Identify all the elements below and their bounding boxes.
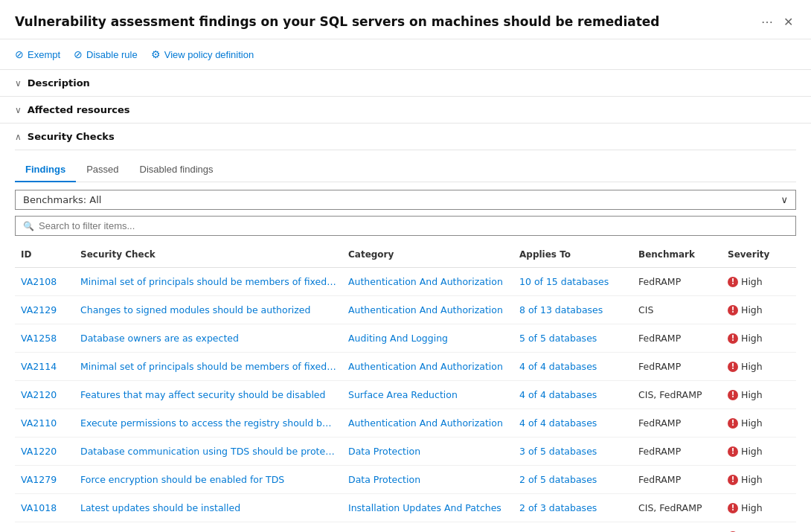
row-applies-5[interactable]: 4 of 4 databases	[513, 414, 632, 432]
severity-label-3: High	[741, 361, 763, 372]
row-severity-6: ! High	[722, 442, 796, 461]
row-benchmark-9: CIS, FedRAMP	[632, 527, 722, 532]
table-row: VA1220 Database communication using TDS …	[15, 438, 796, 466]
description-chevron-icon: ∨	[15, 78, 22, 89]
row-applies-3[interactable]: 4 of 4 databases	[513, 357, 632, 376]
row-category-1[interactable]: Authentication And Authorization	[342, 301, 513, 319]
row-applies-8[interactable]: 2 of 3 databases	[513, 499, 632, 517]
row-applies-0[interactable]: 10 of 15 databases	[513, 272, 632, 291]
row-id-8[interactable]: VA1018	[15, 499, 74, 517]
row-benchmark-8: CIS, FedRAMP	[632, 499, 722, 517]
row-applies-6[interactable]: 3 of 5 databases	[513, 442, 632, 461]
disable-rule-button[interactable]: ⊘ Disable rule	[74, 45, 145, 63]
row-category-5[interactable]: Authentication And Authorization	[342, 414, 513, 432]
row-id-1[interactable]: VA2129	[15, 301, 74, 319]
more-options-button[interactable]: ⋯	[758, 15, 776, 30]
row-benchmark-5: FedRAMP	[632, 414, 722, 432]
row-id-3[interactable]: VA2114	[15, 357, 74, 376]
row-id-9[interactable]: VA1059	[15, 527, 74, 532]
affected-resources-section-header[interactable]: ∨ Affected resources	[0, 97, 811, 123]
col-header-severity: Severity	[722, 246, 796, 263]
row-id-5[interactable]: VA2110	[15, 414, 74, 432]
table-row: VA2114 Minimal set of principals should …	[15, 353, 796, 381]
severity-icon-5: !	[728, 418, 738, 429]
close-button[interactable]: ✕	[780, 15, 796, 30]
search-box: 🔍	[15, 216, 796, 236]
row-check-2[interactable]: Database owners are as expected	[74, 329, 342, 347]
severity-icon-8: !	[728, 503, 738, 513]
row-severity-4: ! High	[722, 385, 796, 404]
security-checks-header[interactable]: ∧ Security Checks	[15, 124, 796, 150]
row-check-0[interactable]: Minimal set of principals should be memb…	[74, 272, 342, 291]
tab-disabled-findings[interactable]: Disabled findings	[129, 158, 224, 182]
row-id-0[interactable]: VA2108	[15, 272, 74, 291]
table-row: VA1279 Force encryption should be enable…	[15, 466, 796, 494]
tab-findings[interactable]: Findings	[15, 158, 76, 182]
row-check-7[interactable]: Force encryption should be enabled for T…	[74, 470, 342, 489]
benchmark-filter-label: Benchmarks: All	[23, 194, 101, 205]
severity-label-5: High	[741, 417, 763, 429]
row-check-3[interactable]: Minimal set of principals should be memb…	[74, 357, 342, 376]
row-category-9[interactable]: Surface Area Reduction	[342, 527, 513, 532]
row-category-7[interactable]: Data Protection	[342, 470, 513, 489]
severity-icon-1: !	[728, 305, 738, 315]
row-category-3[interactable]: Authentication And Authorization	[342, 357, 513, 376]
disable-rule-icon: ⊘	[74, 48, 83, 60]
row-category-4[interactable]: Surface Area Reduction	[342, 385, 513, 404]
row-check-5[interactable]: Execute permissions to access the regist…	[74, 414, 342, 432]
row-check-4[interactable]: Features that may affect security should…	[74, 385, 342, 404]
search-input[interactable]	[39, 220, 788, 231]
security-checks-title: Security Checks	[28, 131, 115, 142]
severity-label-4: High	[741, 389, 763, 400]
row-id-4[interactable]: VA2120	[15, 385, 74, 404]
security-checks-chevron-icon: ∧	[15, 132, 22, 142]
row-category-0[interactable]: Authentication And Authorization	[342, 272, 513, 291]
row-category-6[interactable]: Data Protection	[342, 442, 513, 461]
toolbar: ⊘ Exempt ⊘ Disable rule ⚙ View policy de…	[0, 39, 811, 70]
table-row: VA2108 Minimal set of principals should …	[15, 268, 796, 296]
view-policy-button[interactable]: ⚙ View policy definition	[151, 45, 261, 63]
row-severity-3: ! High	[722, 357, 796, 376]
row-applies-7[interactable]: 2 of 5 databases	[513, 470, 632, 489]
row-category-2[interactable]: Auditing And Logging	[342, 329, 513, 347]
row-benchmark-4: CIS, FedRAMP	[632, 385, 722, 404]
description-section-title: Description	[28, 77, 90, 89]
row-check-1[interactable]: Changes to signed modules should be auth…	[74, 301, 342, 319]
row-applies-2[interactable]: 5 of 5 databases	[513, 329, 632, 347]
exempt-icon: ⊘	[15, 48, 24, 60]
severity-icon-6: !	[728, 446, 738, 457]
row-benchmark-3: FedRAMP	[632, 357, 722, 376]
row-id-2[interactable]: VA1258	[15, 329, 74, 347]
col-header-applies: Applies To	[513, 246, 632, 263]
row-category-8[interactable]: Installation Updates And Patches	[342, 499, 513, 517]
row-severity-5: ! High	[722, 414, 796, 432]
row-id-7[interactable]: VA1279	[15, 470, 74, 489]
row-applies-9[interactable]: 1 of 5 databases	[513, 527, 632, 532]
description-section: ∨ Description	[0, 70, 811, 97]
severity-icon-7: !	[728, 475, 738, 485]
row-severity-1: ! High	[722, 301, 796, 319]
row-check-6[interactable]: Database communication using TDS should …	[74, 442, 342, 461]
severity-label-8: High	[741, 502, 763, 513]
severity-label-0: High	[741, 276, 763, 287]
table-row: VA2129 Changes to signed modules should …	[15, 296, 796, 324]
row-id-6[interactable]: VA1220	[15, 442, 74, 461]
tab-passed[interactable]: Passed	[76, 158, 129, 182]
table-body: VA2108 Minimal set of principals should …	[15, 268, 796, 532]
benchmark-filter[interactable]: Benchmarks: All ∨	[15, 190, 796, 210]
severity-icon-3: !	[728, 362, 738, 372]
row-severity-0: ! High	[722, 272, 796, 291]
col-header-benchmark: Benchmark	[632, 246, 722, 263]
row-check-9[interactable]: xp_cmdshell should be disabled	[74, 527, 342, 532]
severity-label-7: High	[741, 474, 763, 485]
exempt-button[interactable]: ⊘ Exempt	[15, 45, 68, 63]
description-section-header[interactable]: ∨ Description	[0, 70, 811, 96]
row-severity-9: ! High	[722, 527, 796, 532]
row-applies-4[interactable]: 4 of 4 databases	[513, 385, 632, 404]
findings-table: ID Security Check Category Applies To Be…	[15, 242, 796, 532]
row-check-8[interactable]: Latest updates should be installed	[74, 499, 342, 517]
row-applies-1[interactable]: 8 of 13 databases	[513, 301, 632, 319]
severity-icon-0: !	[728, 277, 738, 287]
row-severity-2: ! High	[722, 329, 796, 347]
row-benchmark-6: FedRAMP	[632, 442, 722, 461]
